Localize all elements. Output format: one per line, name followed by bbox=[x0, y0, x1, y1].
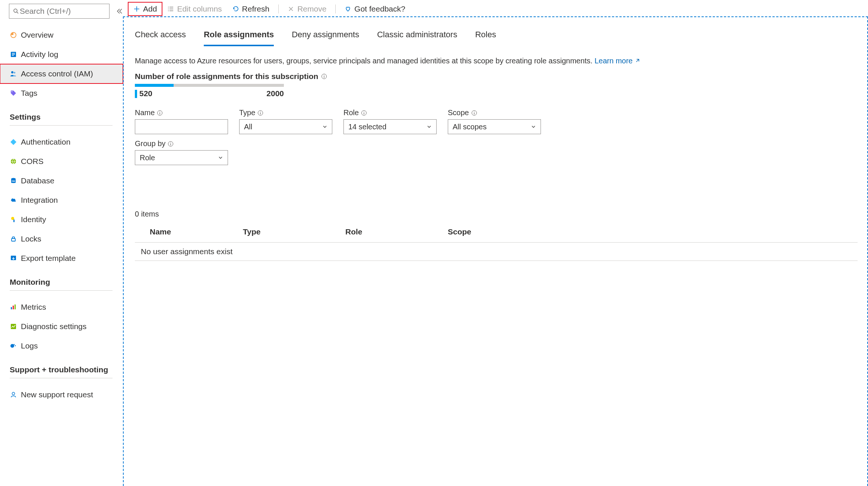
svg-point-47 bbox=[170, 142, 171, 143]
feedback-button[interactable]: Got feedback? bbox=[339, 2, 411, 16]
count-current: 520 bbox=[139, 89, 152, 98]
toolbar: Add Edit columns Refresh Remove Got feed… bbox=[124, 1, 867, 17]
tab-roles[interactable]: Roles bbox=[475, 30, 496, 46]
toolbar-separator bbox=[278, 4, 279, 13]
empty-row: No user assignments exist bbox=[135, 243, 858, 261]
refresh-label: Refresh bbox=[242, 4, 270, 13]
sidebar-item-label: Metrics bbox=[21, 303, 46, 312]
col-header-role[interactable]: Role bbox=[345, 224, 448, 239]
sidebar-item-label: Identity bbox=[21, 215, 46, 224]
edit-columns-button[interactable]: Edit columns bbox=[162, 2, 227, 16]
sidebar-nav-monitoring: Metrics Diagnostic settings Logs bbox=[0, 297, 123, 356]
svg-text:DB: DB bbox=[12, 180, 15, 182]
sidebar-item-label: Locks bbox=[21, 234, 41, 243]
sidebar-item-label: Export template bbox=[21, 254, 76, 263]
plus-icon bbox=[133, 6, 140, 12]
count-label: Number of role assignments for this subs… bbox=[135, 72, 858, 81]
col-header-name[interactable]: Name bbox=[150, 224, 243, 239]
svg-rect-4 bbox=[12, 53, 15, 54]
sidebar-nav-top: Overview Activity log Access control (IA… bbox=[0, 25, 123, 103]
info-icon[interactable] bbox=[471, 110, 477, 116]
svg-rect-27 bbox=[168, 9, 169, 9]
diagnostic-settings-icon bbox=[10, 323, 21, 330]
info-icon[interactable] bbox=[321, 73, 327, 79]
sidebar-item-activity-log[interactable]: Activity log bbox=[0, 45, 123, 64]
svg-point-41 bbox=[364, 111, 364, 112]
progress-fill bbox=[135, 84, 174, 87]
info-icon[interactable] bbox=[157, 110, 163, 116]
sidebar-item-integration[interactable]: Integration bbox=[0, 190, 123, 210]
sidebar-item-diagnostic-settings[interactable]: Diagnostic settings bbox=[0, 317, 123, 336]
sidebar-item-tags[interactable]: Tags bbox=[0, 83, 123, 103]
sidebar-item-cors[interactable]: CORS bbox=[0, 152, 123, 171]
svg-rect-22 bbox=[14, 344, 15, 345]
refresh-icon bbox=[232, 6, 239, 12]
sidebar: Overview Activity log Access control (IA… bbox=[0, 0, 123, 486]
table-header-spacer bbox=[135, 224, 150, 239]
sidebar-item-database[interactable]: DB Database bbox=[0, 171, 123, 190]
label-text: Role bbox=[343, 108, 359, 117]
sidebar-item-access-control[interactable]: Access control (IAM) bbox=[0, 64, 123, 83]
svg-rect-42 bbox=[364, 113, 364, 114]
svg-rect-48 bbox=[171, 143, 171, 145]
svg-rect-28 bbox=[170, 9, 173, 9]
sidebar-item-export-template[interactable]: Export template bbox=[0, 249, 123, 268]
info-icon[interactable] bbox=[361, 110, 367, 116]
tab-check-access[interactable]: Check access bbox=[135, 30, 186, 46]
sidebar-item-authentication[interactable]: Authentication bbox=[0, 132, 123, 152]
locks-icon bbox=[10, 235, 21, 243]
dropdown-value: All scopes bbox=[453, 123, 487, 131]
groupby-filter-dropdown[interactable]: Role bbox=[135, 150, 228, 165]
add-button[interactable]: Add bbox=[128, 2, 162, 16]
results-table: Name Type Role Scope No user assignments… bbox=[135, 221, 858, 261]
external-link-icon bbox=[635, 57, 640, 65]
name-filter-text[interactable] bbox=[140, 122, 223, 132]
search-icon bbox=[13, 8, 19, 14]
logs-icon bbox=[10, 342, 21, 350]
sidebar-item-metrics[interactable]: Metrics bbox=[0, 297, 123, 317]
svg-rect-36 bbox=[160, 113, 160, 114]
remove-label: Remove bbox=[297, 4, 326, 13]
info-icon[interactable] bbox=[168, 141, 174, 147]
divider bbox=[10, 290, 113, 291]
svg-point-0 bbox=[14, 9, 17, 12]
identity-icon bbox=[10, 216, 21, 223]
info-icon[interactable] bbox=[257, 110, 263, 116]
svg-point-38 bbox=[260, 111, 261, 112]
refresh-button[interactable]: Refresh bbox=[227, 2, 275, 16]
sidebar-item-identity[interactable]: Identity bbox=[0, 210, 123, 229]
scope-filter-dropdown[interactable]: All scopes bbox=[448, 119, 541, 134]
tab-classic-administrators[interactable]: Classic administrators bbox=[377, 30, 457, 46]
learn-more-text: Learn more bbox=[595, 57, 633, 65]
sidebar-item-logs[interactable]: Logs bbox=[0, 336, 123, 356]
label-text: Scope bbox=[448, 108, 469, 117]
collapse-sidebar-icon[interactable] bbox=[116, 9, 123, 14]
sidebar-item-label: Tags bbox=[21, 89, 37, 98]
name-filter-label: Name bbox=[135, 108, 228, 117]
sidebar-item-overview[interactable]: Overview bbox=[0, 25, 123, 45]
col-header-scope[interactable]: Scope bbox=[448, 224, 513, 239]
sidebar-item-new-support-request[interactable]: New support request bbox=[0, 385, 123, 404]
count-max: 2000 bbox=[266, 89, 284, 98]
groupby-filter-label: Group by bbox=[135, 139, 228, 148]
type-filter-dropdown[interactable]: All bbox=[239, 119, 332, 134]
name-filter-input[interactable] bbox=[135, 119, 228, 134]
section-settings-title: Settings bbox=[10, 113, 123, 122]
svg-rect-23 bbox=[15, 345, 16, 346]
chevron-down-icon bbox=[531, 124, 536, 129]
support-icon bbox=[10, 391, 21, 398]
search-box[interactable] bbox=[9, 4, 110, 19]
learn-more-link[interactable]: Learn more bbox=[595, 57, 640, 65]
tab-role-assignments[interactable]: Role assignments bbox=[204, 30, 274, 46]
tabs: Check access Role assignments Deny assig… bbox=[135, 30, 858, 46]
search-input[interactable] bbox=[19, 6, 118, 16]
sidebar-nav-settings: Authentication CORS DB Database Integrat… bbox=[0, 132, 123, 268]
col-header-type[interactable]: Type bbox=[243, 224, 345, 239]
tab-deny-assignments[interactable]: Deny assignments bbox=[292, 30, 359, 46]
authentication-icon bbox=[10, 138, 21, 146]
sidebar-item-locks[interactable]: Locks bbox=[0, 229, 123, 249]
role-filter-dropdown[interactable]: 14 selected bbox=[343, 119, 437, 134]
edit-columns-label: Edit columns bbox=[177, 4, 222, 13]
dropdown-value: All bbox=[244, 123, 252, 131]
progress-numbers: 520 2000 bbox=[135, 89, 284, 98]
